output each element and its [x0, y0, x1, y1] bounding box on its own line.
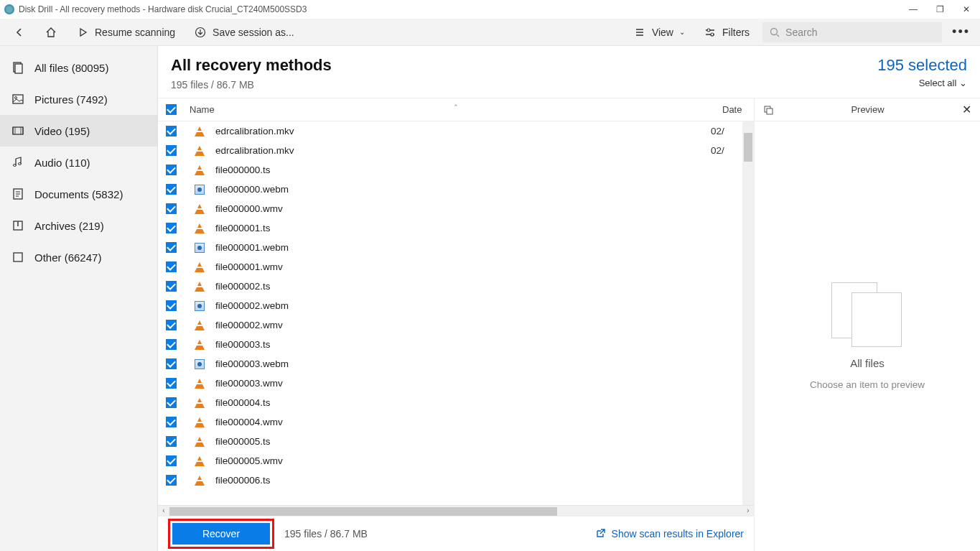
maximize-button[interactable]: ❐ — [936, 4, 944, 14]
sidebar-item-archives[interactable]: Archives (219) — [0, 210, 157, 241]
row-checkbox[interactable] — [166, 417, 177, 427]
file-row[interactable]: file000001.wmv — [158, 257, 742, 277]
search-input[interactable]: Search — [762, 22, 942, 42]
sidebar-item-pictures[interactable]: Pictures (7492) — [0, 83, 157, 115]
row-checkbox[interactable] — [166, 165, 177, 175]
file-date: 02/ — [711, 126, 742, 136]
row-checkbox[interactable] — [166, 184, 177, 195]
column-name[interactable]: Name ⌃ — [184, 104, 722, 115]
vlc-file-icon — [195, 320, 205, 330]
resume-scanning-button[interactable]: Resume scanning — [70, 23, 181, 42]
file-row[interactable]: file000001.webm — [158, 238, 742, 257]
main-header: All recovery methods 195 files / 86.7 MB… — [158, 46, 980, 98]
file-row[interactable]: file000003.webm — [158, 354, 742, 374]
row-checkbox[interactable] — [166, 203, 177, 214]
sidebar-item-all-files[interactable]: All files (80095) — [0, 52, 157, 83]
row-checkbox[interactable] — [166, 300, 177, 311]
sidebar-item-label: Archives (219) — [34, 220, 104, 232]
sidebar-item-label: Audio (110) — [34, 157, 90, 169]
recover-button[interactable]: Recover — [172, 523, 270, 545]
vlc-file-icon — [195, 146, 205, 156]
file-row[interactable]: file000000.wmv — [158, 199, 742, 218]
audio-icon — [11, 156, 24, 169]
file-row[interactable]: file000005.wmv — [158, 451, 742, 471]
save-session-button[interactable]: Save session as... — [188, 23, 300, 42]
row-checkbox[interactable] — [166, 261, 177, 272]
file-row[interactable]: file000003.ts — [158, 335, 742, 354]
file-row[interactable]: file000006.ts — [158, 471, 742, 490]
sidebar-item-video[interactable]: Video (195) — [0, 115, 157, 147]
file-row[interactable]: file000002.wmv — [158, 315, 742, 335]
home-button[interactable] — [39, 23, 63, 42]
file-row[interactable]: file000001.ts — [158, 218, 742, 238]
file-name: file000002.ts — [215, 281, 711, 292]
preview-close-button[interactable]: ✕ — [962, 103, 971, 116]
file-row[interactable]: file000002.webm — [158, 296, 742, 315]
row-checkbox[interactable] — [166, 126, 177, 136]
sidebar-item-label: Documents (5832) — [34, 188, 123, 200]
file-row[interactable]: file000003.wmv — [158, 374, 742, 393]
row-checkbox[interactable] — [166, 397, 177, 408]
vlc-file-icon — [195, 204, 205, 214]
recover-highlight: Recover — [168, 519, 274, 549]
sliders-icon — [704, 26, 717, 39]
file-row[interactable]: edrcalibration.mkv02/ — [158, 121, 742, 141]
list-icon — [633, 26, 646, 39]
row-checkbox[interactable] — [166, 339, 177, 350]
vertical-scrollbar[interactable] — [742, 121, 754, 505]
svg-point-3 — [771, 28, 778, 34]
row-checkbox[interactable] — [166, 223, 177, 233]
file-name: file000000.wmv — [215, 203, 711, 214]
minimize-button[interactable]: — — [909, 4, 918, 14]
preview-placeholder-icon — [831, 282, 903, 347]
row-checkbox[interactable] — [166, 145, 177, 156]
file-row[interactable]: file000004.wmv — [158, 412, 742, 432]
select-all-dropdown[interactable]: Select all ⌄ — [877, 78, 967, 88]
selected-count: 195 selected — [877, 56, 967, 75]
row-checkbox[interactable] — [166, 242, 177, 253]
sidebar-item-audio[interactable]: Audio (110) — [0, 147, 157, 178]
document-icon — [11, 187, 24, 200]
close-button[interactable]: ✕ — [963, 4, 970, 14]
chevron-down-icon: ⌄ — [679, 28, 685, 36]
filters-button[interactable]: Filters — [698, 23, 755, 42]
horizontal-scrollbar[interactable]: ‹› — [158, 505, 754, 517]
sort-asc-icon: ⌃ — [453, 103, 459, 111]
sidebar-item-other[interactable]: Other (66247) — [0, 241, 157, 273]
view-dropdown[interactable]: View ⌄ — [627, 23, 691, 42]
file-row[interactable]: file000002.ts — [158, 277, 742, 296]
other-icon — [11, 251, 24, 264]
row-checkbox[interactable] — [166, 475, 177, 486]
vlc-file-icon — [195, 340, 205, 350]
webm-file-icon — [195, 185, 205, 195]
file-name: file000002.webm — [215, 300, 711, 311]
play-icon — [76, 26, 89, 39]
file-row[interactable]: file000005.ts — [158, 432, 742, 451]
file-name: file000002.wmv — [215, 320, 711, 330]
file-name: file000004.wmv — [215, 417, 711, 427]
file-row[interactable]: edrcalibration.mkv02/ — [158, 141, 742, 160]
file-area: Name ⌃ Date edrcalibration.mkv02/edrcali… — [158, 98, 755, 551]
row-checkbox[interactable] — [166, 436, 177, 447]
main-panel: All recovery methods 195 files / 86.7 MB… — [158, 46, 980, 551]
copy-icon[interactable] — [763, 105, 773, 115]
sidebar-item-documents[interactable]: Documents (5832) — [0, 178, 157, 210]
file-name: file000005.ts — [215, 436, 711, 447]
back-icon — [13, 26, 26, 39]
row-checkbox[interactable] — [166, 378, 177, 389]
file-name: file000004.ts — [215, 397, 711, 408]
file-row[interactable]: file000000.webm — [158, 180, 742, 199]
row-checkbox[interactable] — [166, 455, 177, 466]
file-row[interactable]: file000004.ts — [158, 393, 742, 412]
column-date[interactable]: Date — [722, 104, 754, 115]
select-all-checkbox[interactable] — [166, 104, 177, 115]
back-button[interactable] — [7, 23, 32, 42]
more-button[interactable]: ••• — [952, 24, 970, 40]
row-checkbox[interactable] — [166, 358, 177, 369]
show-in-explorer-link[interactable]: Show scan results in Explorer — [594, 528, 744, 540]
svg-point-1 — [707, 29, 710, 32]
row-checkbox[interactable] — [166, 320, 177, 330]
file-list[interactable]: edrcalibration.mkv02/edrcalibration.mkv0… — [158, 121, 742, 505]
file-row[interactable]: file000000.ts — [158, 160, 742, 180]
row-checkbox[interactable] — [166, 281, 177, 292]
